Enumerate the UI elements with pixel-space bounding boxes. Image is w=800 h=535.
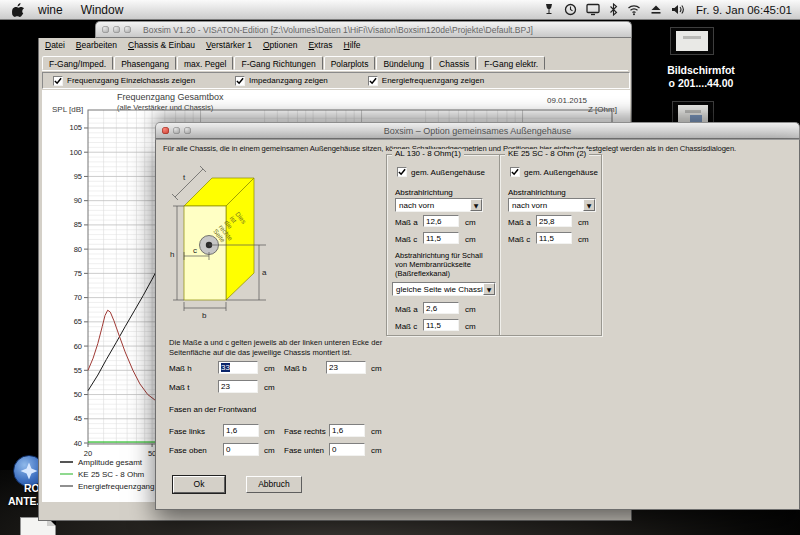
volume-icon[interactable] xyxy=(671,3,685,16)
main-window-titlebar[interactable]: Boxsim V1.20 - VISATON-Edition [Z:\Volum… xyxy=(95,21,632,38)
app-menu-item[interactable]: Chassis & Einbau xyxy=(128,40,195,50)
al-gem-aussengehaeuse-checkbox[interactable]: gem. Außengehäuse xyxy=(397,167,485,177)
svg-text:55: 55 xyxy=(74,366,82,375)
svg-text:40: 40 xyxy=(74,439,82,448)
dropdown-arrow-icon: ▼ xyxy=(583,199,595,211)
checkbox-checked-icon xyxy=(53,76,63,86)
dim-label-a: a xyxy=(262,268,267,277)
al-mass-c-label: Maß c xyxy=(395,235,417,244)
al-mass-c-input[interactable]: 11,5 xyxy=(423,232,459,244)
dialog-titlebar[interactable]: Boxsim – Option gemeinsames Außengehäuse xyxy=(155,122,800,139)
mass-t-input[interactable]: 23 xyxy=(218,380,258,393)
al-direction-select[interactable]: nach vorn ▼ xyxy=(395,198,483,212)
chart-options-panel: Frequenzgang Einzelchassis zeigen Impeda… xyxy=(42,72,630,89)
app-menu-item[interactable]: Optionen xyxy=(263,40,298,50)
mass-h-input[interactable]: 33 xyxy=(218,361,258,374)
fase-links-unit: cm xyxy=(264,427,275,436)
legend-color-swatch xyxy=(60,485,73,487)
app-menubar: DateiBearbeitenChassis & EinbauVerstärke… xyxy=(45,40,361,50)
app-menu-item[interactable]: Datei xyxy=(45,40,65,50)
checkbox-checked-icon xyxy=(368,76,378,86)
clock-icon[interactable] xyxy=(564,3,577,16)
zoom-button[interactable] xyxy=(124,26,131,33)
al-rear-direction-select[interactable]: gleiche Seite wie Chassi ▼ xyxy=(392,282,496,296)
checkbox-label: Frequenzgang Einzelchassis zeigen xyxy=(67,76,195,85)
app-menu-item[interactable]: Hilfe xyxy=(344,40,361,50)
svg-text:80: 80 xyxy=(74,245,82,254)
al-mass-a-input[interactable]: 12,6 xyxy=(423,215,459,227)
view-tab[interactable]: F-Gang elektr. xyxy=(477,56,545,70)
view-tab[interactable]: max. Pegel xyxy=(177,56,234,70)
ke-mass-c-input[interactable]: 11,5 xyxy=(536,232,572,244)
mac-menu-list: wineWindow xyxy=(38,3,123,17)
ke-gem-aussengehaeuse-checkbox[interactable]: gem. Außengehäuse xyxy=(510,167,598,177)
fase-links-label: Fase links xyxy=(169,427,205,436)
wifi-icon[interactable] xyxy=(627,3,641,16)
view-tab[interactable]: Bündelung xyxy=(376,56,431,70)
mac-menu-item[interactable]: Window xyxy=(81,3,124,17)
mass-b-label: Maß b xyxy=(284,364,307,373)
legend-label: KE 25 SC - 8 Ohm xyxy=(78,470,144,479)
fase-rechts-input[interactable]: 1,6 xyxy=(329,424,365,437)
app-menu-item[interactable]: Extras xyxy=(308,40,332,50)
view-tab[interactable]: F-Gang Richtungen xyxy=(234,56,322,70)
dimension-note: Die Maße a und c gelten jeweils ab der l… xyxy=(169,338,383,358)
checkbox-label: gem. Außengehäuse xyxy=(411,168,485,177)
ke-mass-a-label: Maß a xyxy=(508,218,531,227)
dim-label-c: c xyxy=(193,246,197,255)
display-icon[interactable] xyxy=(586,3,600,16)
app-menu-item[interactable]: Bearbeiten xyxy=(76,40,117,50)
mass-t-unit: cm xyxy=(264,383,275,392)
legend-color-swatch xyxy=(60,473,73,475)
fase-rechts-unit: cm xyxy=(371,427,382,436)
wine-glass-icon[interactable] xyxy=(543,3,555,16)
desktop-icon-label[interactable]: Bildschirmfot o 201....44.00 xyxy=(648,64,754,90)
ke-direction-select[interactable]: nach vorn ▼ xyxy=(508,198,596,212)
minimize-button[interactable] xyxy=(113,26,120,33)
menubar-clock: Fr. 9. Jan 06:45:01 xyxy=(696,4,792,16)
app-menu-item[interactable]: Verstärker 1 xyxy=(206,40,252,50)
view-tab[interactable]: Phasengang xyxy=(114,56,176,70)
enclosure-illustration: t h c a b DiesistdierechteSeite xyxy=(169,162,374,336)
screenshot-thumbnail xyxy=(676,31,708,51)
eject-icon[interactable] xyxy=(650,3,662,16)
view-tab[interactable]: Polarplots xyxy=(324,56,376,70)
legend-label: Amplitude gesamt xyxy=(78,458,142,467)
ke-mass-a-unit: cm xyxy=(578,218,589,227)
view-tab[interactable]: F-Gang/Imped. xyxy=(42,56,113,70)
close-button[interactable] xyxy=(102,26,109,33)
apple-menu[interactable] xyxy=(12,3,24,17)
dropdown-arrow-icon: ▼ xyxy=(470,199,482,211)
al-rear-direction-label: Abstrahlrichtung für Schall von Membranr… xyxy=(395,251,495,278)
fase-unten-input[interactable]: 0 xyxy=(329,443,365,456)
ok-button[interactable]: Ok xyxy=(173,476,225,493)
svg-text:75: 75 xyxy=(74,269,82,278)
checkbox-label: gem. Außengehäuse xyxy=(524,168,598,177)
view-tab[interactable]: Chassis xyxy=(432,56,476,70)
ke-direction-label: Abstrahlrichtung xyxy=(508,188,566,197)
al-rear-mass-c-input[interactable]: 11,5 xyxy=(423,319,459,331)
mass-h-label: Maß h xyxy=(169,364,192,373)
mass-t-label: Maß t xyxy=(169,383,189,392)
fase-oben-unit: cm xyxy=(264,446,275,455)
mass-b-input[interactable]: 23 xyxy=(326,361,366,374)
desktop-icon-screenshot[interactable] xyxy=(670,27,714,55)
legend-item: KE 25 SC - 8 Ohm (2) xyxy=(60,468,167,480)
group-ke25sc: KE 25 SC - 8 Ohm (2) gem. Außengehäuse A… xyxy=(499,154,602,336)
chart-option-checkbox[interactable]: Frequenzgang Einzelchassis zeigen xyxy=(53,76,195,86)
fase-links-input[interactable]: 1,6 xyxy=(223,424,259,437)
legend-color-swatch xyxy=(60,461,73,463)
al-direction-label: Abstrahlrichtung xyxy=(395,188,453,197)
al-rear-mass-a-input[interactable]: 2,6 xyxy=(423,302,459,314)
ke-mass-a-input[interactable]: 25,8 xyxy=(536,215,572,227)
bluetooth-icon[interactable] xyxy=(609,3,618,16)
group-ke25sc-title: KE 25 SC - 8 Ohm (2) xyxy=(505,149,589,158)
mass-h-unit: cm xyxy=(264,364,275,373)
chart-option-checkbox[interactable]: Energiefrequenzgang zeigen xyxy=(368,76,484,86)
abbruch-button[interactable]: Abbruch xyxy=(246,476,302,493)
ke-mass-c-unit: cm xyxy=(578,235,589,244)
al-rear-mass-a-unit: cm xyxy=(465,305,476,314)
fase-oben-input[interactable]: 0 xyxy=(223,443,259,456)
mac-menu-item[interactable]: wine xyxy=(38,3,63,17)
chart-option-checkbox[interactable]: Impedanzgang zeigen xyxy=(235,76,328,86)
